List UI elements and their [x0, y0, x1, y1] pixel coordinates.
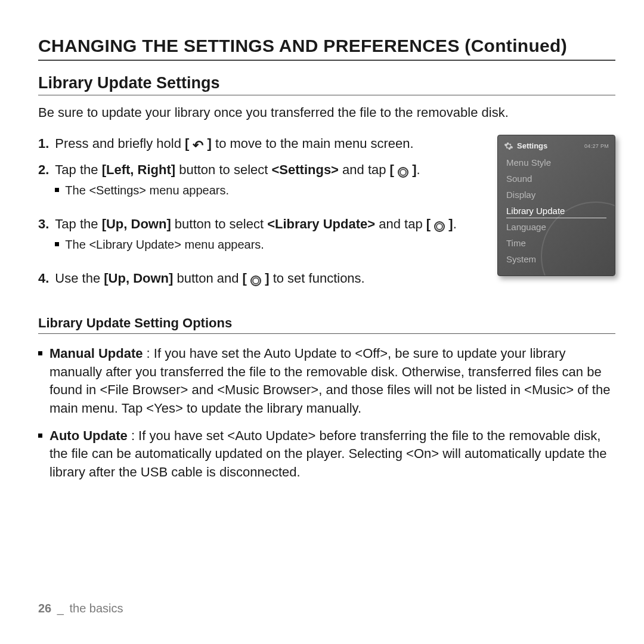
step-bold: [Up, Down] [102, 216, 171, 231]
step-text: Use the [55, 271, 104, 286]
step-text: Tap the [55, 216, 101, 231]
select-icon [398, 167, 408, 178]
gear-icon [504, 141, 513, 151]
step-1: 1. Press and briefly hold [ ↶ ] to move … [38, 135, 481, 154]
step-4: 4. Use the [Up, Down] button and [ ] to … [38, 270, 481, 287]
footer-sep: _ [57, 602, 64, 615]
step-text: button to select [175, 162, 271, 177]
option-item: Manual Update : If you have set the Auto… [38, 345, 615, 417]
device-menu-item: Language [498, 219, 615, 235]
step-text: Press and briefly hold [55, 136, 185, 151]
step-3: 3. Tap the [Up, Down] button to select <… [38, 215, 481, 262]
option-item: Auto Update : If you have set <Auto Upda… [38, 427, 615, 481]
step-number: 1. [38, 135, 49, 154]
step-text: . [417, 162, 420, 177]
device-menu-item: Menu Style [498, 154, 615, 171]
option-bold: Manual Update [49, 346, 143, 361]
device-menu-item: System [498, 251, 615, 267]
section-title: Library Update Settings [38, 74, 615, 95]
step-bold: <Library Update> [267, 216, 375, 231]
page-footer: 26 _ the basics [38, 602, 123, 615]
select-icon [250, 275, 261, 286]
intro-text: Be sure to update your library once you … [38, 104, 587, 122]
step-number: 3. [38, 215, 49, 262]
device-menu-item: Sound [498, 171, 615, 187]
step-text: Tap the [55, 162, 101, 177]
step-bold: [Up, Down] [104, 271, 173, 286]
step-bold: <Settings> [271, 162, 338, 177]
device-title: Settings [517, 141, 547, 150]
option-bold: Auto Update [49, 428, 128, 443]
step-text: button and [173, 271, 242, 286]
step-text: and tap [375, 216, 426, 231]
step-text: and tap [339, 162, 390, 177]
step-sub: The <Settings> menu appears. [55, 182, 481, 199]
bullet-icon [55, 242, 59, 246]
device-screenshot: Settings 04:27 PM Menu Style Sound Displ… [497, 135, 615, 276]
step-text: to set functions. [270, 271, 365, 286]
device-status: 04:27 PM [584, 143, 609, 149]
back-icon: ↶ [193, 137, 203, 154]
step-2: 2. Tap the [Left, Right] button to selec… [38, 161, 481, 208]
step-bold: [Left, Right] [102, 162, 175, 177]
device-menu-item: Display [498, 187, 615, 203]
step-text: . [453, 216, 457, 231]
step-number: 2. [38, 161, 49, 208]
select-icon [434, 221, 445, 232]
device-menu-item: Time [498, 235, 615, 251]
step-text: button to select [171, 216, 267, 231]
options-title: Library Update Setting Options [38, 315, 615, 334]
page-number: 26 [38, 602, 51, 615]
option-text: : If you have set <Auto Update> before t… [49, 428, 606, 479]
bullet-icon [38, 351, 42, 355]
steps-list: 1. Press and briefly hold [ ↶ ] to move … [38, 135, 481, 295]
page-title: CHANGING THE SETTINGS AND PREFERENCES (C… [38, 36, 615, 61]
bullet-icon [55, 188, 59, 192]
step-number: 4. [38, 270, 49, 287]
step-text: to move to the main menu screen. [212, 136, 414, 151]
device-menu-item-selected: Library Update [498, 203, 615, 219]
step-sub: The <Library Update> menu appears. [55, 237, 481, 253]
footer-label: the basics [70, 602, 123, 615]
bullet-icon [38, 434, 42, 438]
